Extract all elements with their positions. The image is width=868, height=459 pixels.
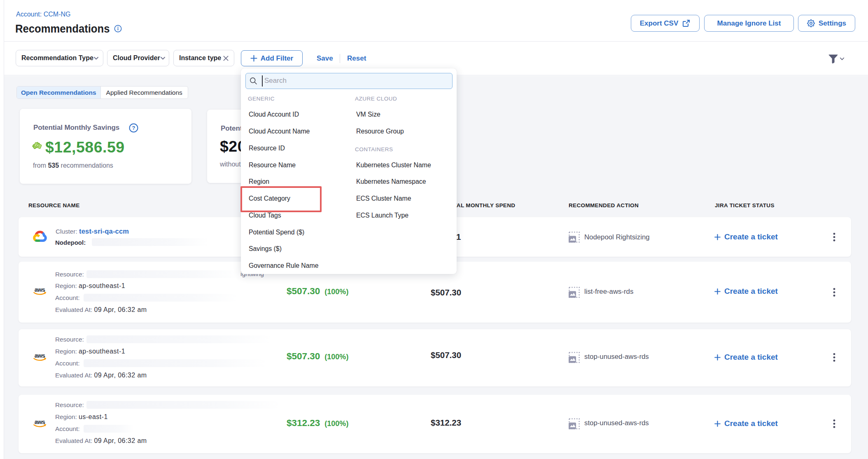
svg-text:aws: aws xyxy=(35,419,45,425)
svg-text:aws: aws xyxy=(35,352,45,359)
svg-text:aws: aws xyxy=(35,286,45,293)
svg-text:?: ? xyxy=(132,125,135,131)
